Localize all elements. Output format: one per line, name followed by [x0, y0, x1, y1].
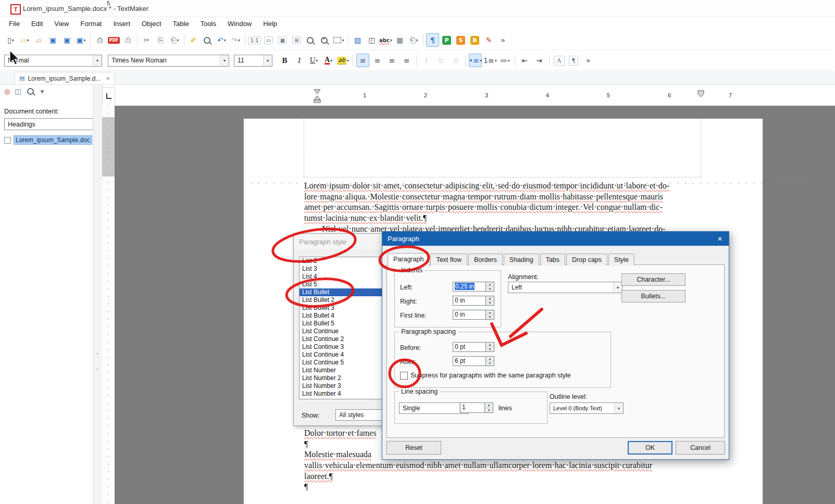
dialog-tab[interactable]: Borders: [468, 254, 503, 266]
open-button[interactable]: ▱: [18, 33, 31, 47]
right-indent-input[interactable]: 0 in: [453, 296, 494, 306]
character-button[interactable]: Character...: [621, 273, 686, 286]
spacing-after-value[interactable]: 6 pt: [453, 356, 485, 366]
navigation-icon[interactable]: ◎: [4, 87, 10, 95]
save-as-button[interactable]: ▣: [74, 33, 88, 47]
save-all-button[interactable]: ▣: [60, 33, 73, 47]
table-tools-button[interactable]: ▦: [393, 33, 406, 47]
zoom-page-width-button[interactable]: ▭: [262, 33, 275, 47]
font-size-combo[interactable]: 11: [234, 55, 272, 67]
right-indent-marker[interactable]: [697, 90, 705, 98]
suppress-checkbox[interactable]: [400, 372, 408, 380]
search-button[interactable]: [201, 33, 214, 47]
menu-item[interactable]: Table: [167, 18, 195, 30]
bold-button[interactable]: B: [278, 54, 291, 67]
first-line-value[interactable]: 0 in: [453, 310, 485, 320]
dialog-tab[interactable]: Paragraph: [388, 253, 429, 267]
dialog-tab[interactable]: Shading: [504, 254, 539, 266]
dropdown-caret-icon[interactable]: [480, 58, 482, 63]
document-text-top[interactable]: Lorem·ipsum·dolor·sit·amet,·consectetur·…: [304, 181, 708, 234]
bullet-list-button[interactable]: •≡: [469, 54, 482, 67]
spacing-before-value[interactable]: 0 pt: [453, 342, 485, 352]
dropdown-caret-icon[interactable]: [330, 58, 332, 63]
menu-item[interactable]: Tools: [195, 18, 222, 30]
dialog-tab[interactable]: Text flow: [430, 254, 467, 266]
planmaker-button[interactable]: P: [440, 33, 453, 47]
toolbar-overflow-button[interactable]: »: [496, 33, 509, 47]
first-line-input[interactable]: 0 in: [453, 310, 494, 320]
columns-button[interactable]: ◫: [365, 33, 378, 47]
italic-button[interactable]: I: [293, 54, 306, 67]
spinner-buttons[interactable]: [485, 310, 494, 320]
align-right-button[interactable]: ≡: [385, 54, 398, 67]
insert-picture-button[interactable]: ▨: [351, 33, 364, 47]
spinner-buttons[interactable]: [484, 402, 493, 413]
menu-item[interactable]: Edit: [26, 18, 48, 30]
tab-close-icon[interactable]: ×: [106, 75, 109, 82]
cut-button[interactable]: ✂: [140, 33, 153, 47]
right-indent-value[interactable]: 0 in: [453, 296, 485, 306]
dialog-tab[interactable]: Style: [608, 254, 634, 266]
document-map-item[interactable]: Lorem_ipsum_Sample.doc: [4, 135, 92, 145]
first-line-indent-marker[interactable]: [313, 89, 322, 104]
headings-filter-combo[interactable]: Headings: [4, 118, 102, 130]
paste-button[interactable]: ⎗: [168, 33, 181, 47]
chevron-down-icon[interactable]: [613, 282, 622, 293]
clipboard-button[interactable]: ⎗: [407, 33, 420, 47]
line-spacing-value-input[interactable]: 1: [460, 402, 493, 413]
reset-button[interactable]: Reset: [387, 441, 441, 455]
dropdown-caret-icon[interactable]: [508, 58, 510, 63]
sidebar-splitter[interactable]: ‹‹: [93, 85, 103, 504]
document-checkbox[interactable]: [4, 137, 11, 144]
zoom-button[interactable]: [304, 33, 317, 47]
format-paintbrush-button[interactable]: ✐: [187, 33, 200, 47]
zoom-100-button[interactable]: 1:1: [248, 33, 261, 47]
sidebar-menu-caret[interactable]: ▾: [41, 87, 44, 95]
space-below-button[interactable]: ≣: [449, 54, 462, 67]
increase-indent-button[interactable]: ⇥: [533, 54, 546, 67]
layout-panels-icon[interactable]: ◫: [15, 87, 21, 95]
undo-button[interactable]: ↶: [215, 33, 228, 47]
dropdown-caret-icon[interactable]: [347, 58, 349, 63]
dropdown-caret-icon[interactable]: [84, 38, 86, 43]
open-recent-button[interactable]: ▱: [32, 33, 45, 47]
dropdown-caret-icon[interactable]: [12, 38, 14, 43]
chevron-down-icon[interactable]: [263, 55, 272, 66]
menu-item[interactable]: Insert: [107, 18, 136, 30]
export-pdf-button[interactable]: PDF: [107, 33, 120, 47]
spinner-buttons[interactable]: [485, 342, 494, 352]
dialog-tab[interactable]: Drop caps: [566, 254, 607, 266]
font-color-button[interactable]: A: [322, 54, 335, 67]
ok-button[interactable]: OK: [628, 441, 672, 455]
align-center-button[interactable]: ≡: [371, 54, 384, 67]
spacing-before-input[interactable]: 0 pt: [453, 342, 494, 352]
chevron-down-icon[interactable]: [614, 403, 623, 413]
chevron-down-icon[interactable]: [220, 55, 229, 66]
align-left-button[interactable]: ≡: [356, 54, 369, 67]
menu-item[interactable]: Format: [74, 18, 107, 30]
spinner-buttons[interactable]: [485, 296, 494, 306]
new-document-button[interactable]: ▯: [4, 33, 17, 47]
spinner-buttons[interactable]: [485, 282, 494, 292]
outline-list-button[interactable]: ≔: [498, 54, 512, 67]
underline-button[interactable]: U: [307, 54, 320, 67]
dropdown-caret-icon[interactable]: [495, 58, 497, 63]
menu-item[interactable]: Window: [222, 18, 257, 30]
dialog-tab[interactable]: Tabs: [540, 254, 565, 266]
paragraph-format-button[interactable]: ¶: [567, 54, 580, 67]
save-button[interactable]: ▣: [46, 33, 59, 47]
highlight-button[interactable]: ab: [337, 54, 350, 67]
zoom-in-button[interactable]: [318, 33, 331, 47]
select-objects-button[interactable]: [332, 33, 345, 47]
splitter-grip-icon[interactable]: ‹‹: [93, 345, 102, 376]
dropdown-caret-icon[interactable]: [177, 38, 179, 43]
menu-item[interactable]: Help: [257, 18, 283, 30]
character-format-button[interactable]: A: [553, 54, 566, 67]
paragraph-style-combo[interactable]: Normal: [4, 55, 102, 67]
left-indent-input[interactable]: 0.25 in: [453, 282, 494, 292]
dropdown-caret-icon[interactable]: [238, 38, 240, 43]
redo-button[interactable]: ↷: [229, 33, 242, 47]
menu-item[interactable]: File: [3, 18, 26, 30]
line-spacing-button[interactable]: ⇕: [420, 54, 433, 67]
toolbar-overflow-button[interactable]: »: [582, 54, 595, 67]
